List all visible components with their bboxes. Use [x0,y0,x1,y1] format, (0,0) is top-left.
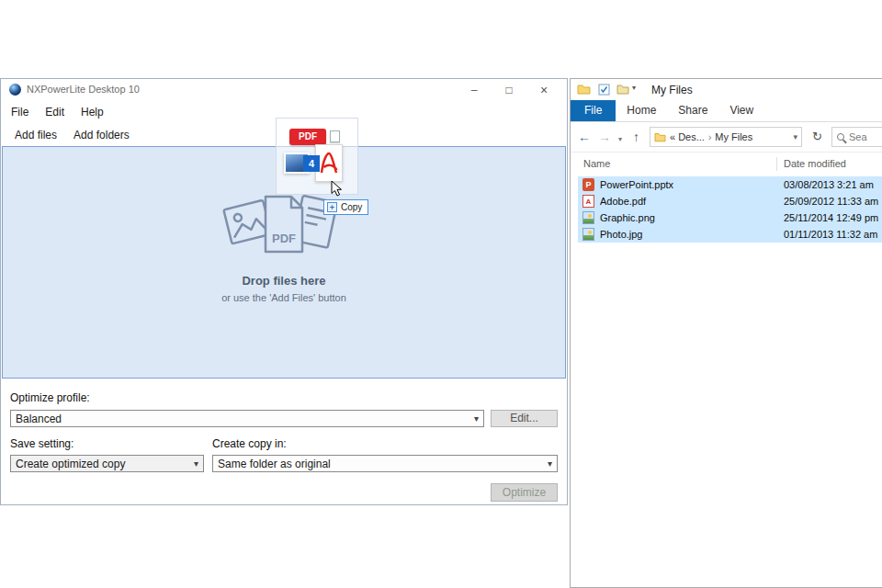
address-bar[interactable]: « Des... › My Files ▾ [650,127,802,147]
minimize-button[interactable]: – [457,79,492,101]
plus-icon: + [327,202,337,212]
drag-count-badge: 4 [303,155,320,172]
drag-preview: PDF 4 [276,118,358,195]
documents-illustration: PDF [215,186,353,266]
file-type-icon [582,195,594,208]
file-mini-icon [330,130,340,142]
address-folder-icon [654,132,666,142]
file-row[interactable]: PowerPoint.pptx 03/08/2013 3:21 am [578,176,882,193]
optimize-profile-value: Balanced [16,413,470,425]
mouse-cursor [331,180,343,198]
create-copy-label: Create copy in: [212,437,287,450]
new-folder-icon[interactable] [616,84,629,95]
file-name: Photo.jpg [600,229,784,240]
optimize-button[interactable]: Optimize [491,483,558,502]
pdf-badge: PDF [289,129,326,145]
dropzone-subtitle: or use the 'Add Files' button [3,292,565,303]
tab-view[interactable]: View [718,100,764,121]
file-row[interactable]: Adobe.pdf 25/09/2012 11:33 am [578,193,882,209]
search-box[interactable]: Sea [831,127,882,147]
close-button[interactable]: × [526,79,561,101]
add-folders-button[interactable]: Add folders [65,129,138,141]
column-header-date-modified[interactable]: Date modified [784,158,846,169]
file-name: Graphic.png [600,212,784,223]
file-date: 25/11/2014 12:49 pm [784,212,878,223]
file-date: 25/09/2012 11:33 am [784,196,878,207]
create-copy-select[interactable]: Same folder as original ▾ [212,455,558,472]
file-date: 03/08/2013 3:21 am [784,179,874,190]
edit-profile-button[interactable]: Edit... [491,410,558,427]
chevron-down-icon: ▾ [470,413,479,424]
breadcrumb-collapsed[interactable]: « Des... [670,131,705,142]
column-divider[interactable] [776,157,777,171]
menu-help[interactable]: Help [73,101,112,124]
ribbon-tabs: File Home Share View [571,100,882,122]
explorer-window-title: My Files [651,84,693,96]
up-icon[interactable]: ↑ [633,129,639,145]
explorer-title-bar[interactable]: ▾ My Files [571,79,882,100]
file-type-icon [582,178,594,191]
copy-indicator: + Copy [323,199,368,215]
tab-file[interactable]: File [571,100,616,121]
copy-label: Copy [341,202,362,212]
file-name: PowerPoint.pptx [600,179,784,190]
chevron-down-icon: ▾ [190,458,198,469]
save-setting-label: Save setting: [10,437,74,450]
menu-edit[interactable]: Edit [37,101,73,124]
file-date: 01/11/2013 11:32 am [784,229,877,240]
optimize-profile-select[interactable]: Balanced ▾ [10,410,484,427]
forward-icon[interactable]: → [598,129,611,145]
properties-icon[interactable] [598,84,610,96]
add-files-button[interactable]: Add files [6,129,65,141]
window-controls: – □ × [457,79,561,101]
search-placeholder: Sea [849,131,867,142]
optimize-profile-label: Optimize profile: [10,391,90,404]
file-list: PowerPoint.pptx 03/08/2013 3:21 am Adobe… [571,176,882,243]
create-copy-value: Same folder as original [218,458,544,470]
dropzone-title: Drop files here [3,274,565,288]
column-headers: Name Date modified [571,154,882,174]
pdf-page-label: PDF [272,232,296,245]
breadcrumb-separator-icon: › [708,132,711,142]
back-icon[interactable]: ← [578,129,591,145]
save-setting-select[interactable]: Create optimized copy ▾ [10,455,204,472]
breadcrumb-current[interactable]: My Files [715,131,752,142]
refresh-icon[interactable]: ↻ [812,130,822,143]
qat-chevron-down-icon[interactable]: ▾ [632,84,636,92]
tab-home[interactable]: Home [616,100,667,121]
tab-share[interactable]: Share [667,100,718,121]
folder-icon [577,84,591,95]
explorer-window: ▾ My Files File Home Share View ← → ▾ ↑ … [570,78,882,588]
address-chevron-down-icon[interactable]: ▾ [793,132,797,141]
file-type-icon [582,211,594,224]
maximize-button[interactable]: □ [492,79,526,101]
search-icon [837,133,844,141]
menu-file[interactable]: File [3,101,37,124]
title-bar[interactable]: NXPowerLite Desktop 10 – □ × [1,79,567,101]
navigation-bar: ← → ▾ ↑ « Des... › My Files ▾ ↻ Sea [571,122,882,153]
file-name: Adobe.pdf [600,196,784,207]
column-header-name[interactable]: Name [583,158,610,169]
save-setting-value: Create optimized copy [16,458,190,470]
file-type-icon [582,228,594,241]
history-chevron-down-icon[interactable]: ▾ [618,131,622,148]
file-row[interactable]: Graphic.png 25/11/2014 12:49 pm [578,209,882,226]
chevron-down-icon: ▾ [544,458,552,469]
app-icon [9,84,21,96]
file-row[interactable]: Photo.jpg 01/11/2013 11:32 am [578,226,882,243]
window-title: NXPowerLite Desktop 10 [27,84,140,95]
